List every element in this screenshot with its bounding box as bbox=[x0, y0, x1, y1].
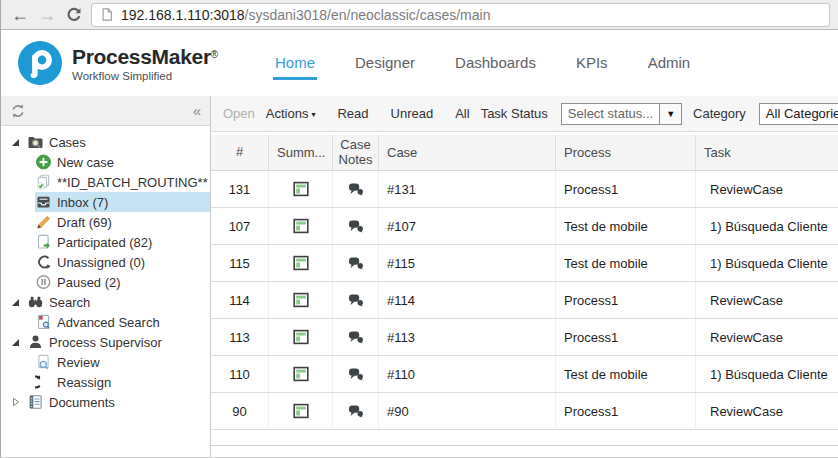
task-status-select[interactable]: Select status... ▼ bbox=[561, 103, 682, 125]
tree-node-unassigned[interactable]: Unassigned (0) bbox=[35, 252, 210, 272]
tree-node-review[interactable]: Review bbox=[35, 352, 210, 372]
browser-back-button[interactable]: ← bbox=[11, 6, 29, 24]
category-select[interactable]: All Categories bbox=[759, 103, 838, 125]
case-id[interactable]: #90 bbox=[379, 393, 556, 429]
case-id[interactable]: #131 bbox=[379, 171, 556, 207]
browser-reload-button[interactable] bbox=[65, 6, 82, 23]
tree-node-draft[interactable]: Draft (69) bbox=[35, 212, 210, 232]
case-notes-icon[interactable] bbox=[347, 293, 364, 308]
case-notes-cell[interactable] bbox=[333, 319, 379, 355]
case-notes-cell[interactable] bbox=[333, 393, 379, 429]
tree-node-inbox[interactable]: Inbox (7) bbox=[35, 192, 210, 212]
table-row[interactable]: 90 #90 Process1 ReviewCase bbox=[211, 393, 838, 430]
expand-arrow-icon[interactable] bbox=[9, 339, 22, 346]
refresh-button[interactable] bbox=[10, 103, 26, 119]
summary-icon[interactable] bbox=[293, 292, 309, 308]
tab-home[interactable]: Home bbox=[273, 46, 317, 80]
summary-cell[interactable] bbox=[269, 171, 333, 207]
unread-button[interactable]: Unread bbox=[391, 106, 434, 121]
case-id[interactable]: #110 bbox=[379, 356, 556, 392]
case-id[interactable]: #115 bbox=[379, 245, 556, 281]
tab-designer[interactable]: Designer bbox=[353, 46, 417, 80]
collapse-sidebar-button[interactable]: « bbox=[193, 102, 201, 119]
cases-tree: Cases New case **ID_BATCH_ROUTING** (0) … bbox=[1, 126, 210, 412]
expand-arrow-icon[interactable] bbox=[9, 139, 22, 146]
case-notes-icon[interactable] bbox=[347, 182, 364, 197]
tree-node-paused[interactable]: Paused (2) bbox=[35, 272, 210, 292]
read-button[interactable]: Read bbox=[337, 106, 368, 121]
case-id[interactable]: #114 bbox=[379, 282, 556, 318]
tree-node-process-supervisor[interactable]: Process Supervisor bbox=[9, 332, 210, 352]
main-panel: Open Actions▾ Read Unread All Task Statu… bbox=[211, 96, 838, 458]
case-notes-icon[interactable] bbox=[347, 330, 364, 345]
summary-icon[interactable] bbox=[293, 255, 309, 271]
tab-kpis[interactable]: KPIs bbox=[574, 46, 610, 80]
cases-grid-header: # Summ... Case Notes Case Process Task bbox=[211, 135, 838, 171]
column-header-summary[interactable]: Summ... bbox=[269, 135, 333, 170]
column-header-task[interactable]: Task bbox=[696, 135, 838, 170]
case-notes-cell[interactable] bbox=[333, 282, 379, 318]
summary-cell[interactable] bbox=[269, 356, 333, 392]
tree-node-search[interactable]: Search bbox=[9, 292, 210, 312]
summary-cell[interactable] bbox=[269, 208, 333, 244]
case-notes-cell[interactable] bbox=[333, 171, 379, 207]
tree-node-cases[interactable]: Cases bbox=[9, 132, 210, 152]
task-name: ReviewCase bbox=[696, 393, 838, 429]
actions-dropdown-button[interactable]: Actions▾ bbox=[266, 106, 316, 121]
case-notes-cell[interactable] bbox=[333, 356, 379, 392]
column-header-case[interactable]: Case bbox=[379, 135, 556, 170]
process-name: Process1 bbox=[556, 393, 696, 429]
case-number: 113 bbox=[211, 319, 269, 355]
summary-icon[interactable] bbox=[293, 218, 309, 234]
summary-cell[interactable] bbox=[269, 282, 333, 318]
select-arrow-icon[interactable]: ▼ bbox=[659, 104, 681, 124]
case-notes-cell[interactable] bbox=[333, 208, 379, 244]
summary-cell[interactable] bbox=[269, 393, 333, 429]
case-number: 115 bbox=[211, 245, 269, 281]
case-id[interactable]: #113 bbox=[379, 319, 556, 355]
summary-cell[interactable] bbox=[269, 245, 333, 281]
summary-icon[interactable] bbox=[293, 181, 309, 197]
case-notes-icon[interactable] bbox=[347, 367, 364, 382]
open-button[interactable]: Open bbox=[223, 106, 255, 121]
task-status-label: Task Status bbox=[481, 106, 548, 121]
case-id[interactable]: #107 bbox=[379, 208, 556, 244]
collapsed-arrow-icon[interactable] bbox=[9, 397, 22, 407]
tab-admin[interactable]: Admin bbox=[646, 46, 693, 80]
case-notes-icon[interactable] bbox=[347, 256, 364, 271]
case-notes-icon[interactable] bbox=[347, 219, 364, 234]
tree-node-new-case[interactable]: New case bbox=[35, 152, 210, 172]
app-header: ProcessMaker® Workflow Simplified Home D… bbox=[1, 30, 838, 96]
tree-node-advanced-search[interactable]: Advanced Search bbox=[35, 312, 210, 332]
table-row[interactable]: 113 #113 Process1 ReviewCase bbox=[211, 319, 838, 356]
expand-arrow-icon[interactable] bbox=[9, 299, 22, 306]
tree-node-participated[interactable]: Participated (82) bbox=[35, 232, 210, 252]
tree-node-batch-routing[interactable]: **ID_BATCH_ROUTING** (0) bbox=[35, 172, 210, 192]
new-case-icon bbox=[35, 154, 52, 170]
case-notes-icon[interactable] bbox=[347, 404, 364, 419]
summary-cell[interactable] bbox=[269, 319, 333, 355]
table-row[interactable]: 107 #107 Test de mobile 1) Búsqueda Clie… bbox=[211, 208, 838, 245]
column-header-num[interactable]: # bbox=[211, 135, 269, 170]
tree-node-documents[interactable]: Documents bbox=[9, 392, 210, 412]
summary-icon[interactable] bbox=[293, 403, 309, 419]
column-header-process[interactable]: Process bbox=[556, 135, 696, 170]
table-row[interactable]: 110 #110 Test de mobile 1) Búsqueda Clie… bbox=[211, 356, 838, 393]
tree-node-reassign[interactable]: Reassign bbox=[35, 372, 210, 392]
case-notes-cell[interactable] bbox=[333, 245, 379, 281]
browser-forward-button[interactable]: → bbox=[38, 6, 56, 24]
category-label: Category bbox=[693, 106, 746, 121]
tab-dashboards[interactable]: Dashboards bbox=[453, 46, 538, 80]
summary-icon[interactable] bbox=[293, 329, 309, 345]
process-name: Test de mobile bbox=[556, 245, 696, 281]
url-text: 192.168.1.110:3018/sysdani3018/en/neocla… bbox=[121, 7, 490, 23]
table-row[interactable]: 114 #114 Process1 ReviewCase bbox=[211, 282, 838, 319]
column-header-case-notes[interactable]: Case Notes bbox=[333, 135, 379, 170]
table-row[interactable]: 131 #131 Process1 ReviewCase bbox=[211, 171, 838, 208]
case-number: 131 bbox=[211, 171, 269, 207]
summary-icon[interactable] bbox=[293, 366, 309, 382]
all-button[interactable]: All bbox=[455, 106, 469, 121]
table-row[interactable]: 115 #115 Test de mobile 1) Búsqueda Clie… bbox=[211, 245, 838, 282]
address-bar[interactable]: 192.168.1.110:3018/sysdani3018/en/neocla… bbox=[91, 3, 830, 27]
batch-routing-icon bbox=[35, 174, 52, 190]
